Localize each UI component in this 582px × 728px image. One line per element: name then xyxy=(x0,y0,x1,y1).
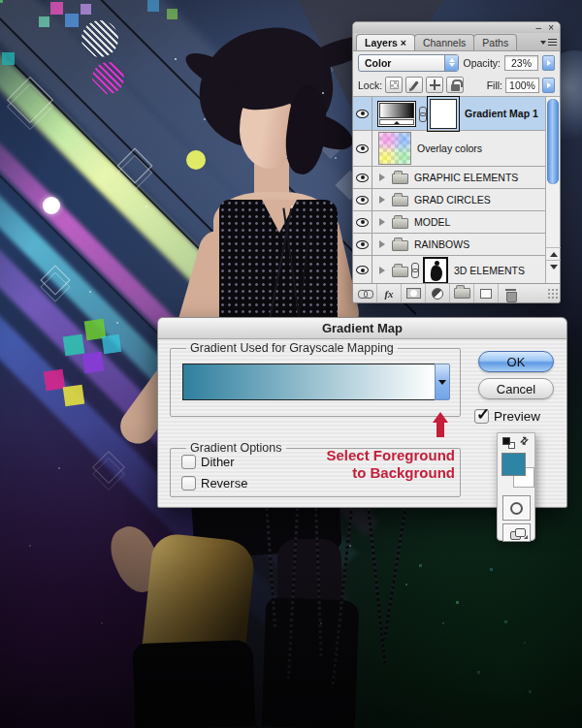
tab-channels[interactable]: Channels xyxy=(414,34,474,50)
layer-mask-thumbnail[interactable] xyxy=(430,99,457,129)
gradient-map-thumbnail[interactable] xyxy=(377,101,416,127)
layer-thumbnail[interactable] xyxy=(378,132,411,165)
visibility-toggle[interactable] xyxy=(353,97,372,130)
lock-transparency-button[interactable] xyxy=(385,77,403,93)
scroll-up-button[interactable] xyxy=(546,247,561,260)
dither-option: Dither xyxy=(181,455,235,469)
visibility-toggle[interactable] xyxy=(353,211,372,233)
foreground-color-swatch[interactable] xyxy=(501,453,526,476)
folder-icon xyxy=(392,218,408,229)
arrow-down-icon xyxy=(550,265,558,269)
cancel-button[interactable]: Cancel xyxy=(478,378,554,399)
scrollbar-thumb[interactable] xyxy=(547,99,559,184)
expand-triangle-icon[interactable] xyxy=(379,218,385,226)
panel-titlebar[interactable]: – × xyxy=(353,22,560,33)
blend-mode-dropdown[interactable]: Color xyxy=(358,54,459,72)
layer-row-graphic-elements[interactable]: GRAPHIC ELEMENTS xyxy=(353,167,545,189)
layer-row-overlay-colors[interactable]: Overlay colors xyxy=(353,131,545,167)
lock-options-row: Lock: Fill: 100% xyxy=(353,74,560,97)
layer-thumbnail[interactable] xyxy=(423,257,448,284)
annotation-line: to Background xyxy=(294,464,455,482)
expand-triangle-icon[interactable] xyxy=(379,174,385,181)
layers-scrollbar[interactable] xyxy=(545,97,560,285)
panel-close-button[interactable]: × xyxy=(548,24,554,32)
eye-icon xyxy=(356,110,369,118)
expand-triangle-icon[interactable] xyxy=(379,240,385,248)
tab-paths-label: Paths xyxy=(482,37,508,48)
layer-row-model[interactable]: MODEL xyxy=(353,211,545,234)
lock-position-button[interactable] xyxy=(426,77,443,93)
scroll-down-button[interactable] xyxy=(546,260,561,272)
resize-grip[interactable] xyxy=(547,288,558,299)
layer-name[interactable]: RAINBOWS xyxy=(414,238,469,250)
panel-minimize-button[interactable]: – xyxy=(536,24,542,32)
swap-colors-icon[interactable]: ⇄ xyxy=(517,434,531,448)
folder-icon xyxy=(392,240,408,251)
screen-mode-button[interactable] xyxy=(502,523,531,542)
tab-layers[interactable]: Layers × xyxy=(356,34,415,50)
quick-mask-button[interactable] xyxy=(502,495,531,521)
layer-row-rainbows[interactable]: RAINBOWS xyxy=(353,234,545,256)
dialog-title[interactable]: Gradient Map xyxy=(158,318,566,339)
panel-tab-bar: Layers × Channels Paths xyxy=(353,33,560,51)
visibility-toggle[interactable] xyxy=(353,131,372,166)
reverse-checkbox[interactable] xyxy=(181,476,196,491)
gradient-options-label: Gradient Options xyxy=(186,441,286,455)
delete-layer-button[interactable] xyxy=(499,284,523,302)
gradient-preview[interactable] xyxy=(182,364,435,400)
tab-channels-label: Channels xyxy=(423,37,466,48)
eye-icon xyxy=(356,266,369,274)
layer-name[interactable]: GRAPHIC ELEMENTS xyxy=(414,172,518,183)
fill-field[interactable]: 100% xyxy=(505,78,539,93)
visibility-toggle[interactable] xyxy=(353,189,372,210)
opacity-arrow-button[interactable] xyxy=(542,55,555,71)
new-layer-button[interactable] xyxy=(474,284,499,302)
add-mask-button[interactable] xyxy=(402,284,426,302)
panel-menu-icon[interactable] xyxy=(538,36,558,48)
layer-list: Gradient Map 1 Overlay colors GRAPHIC EL… xyxy=(353,97,560,285)
visibility-toggle[interactable] xyxy=(353,167,372,188)
layer-name[interactable]: Overlay colors xyxy=(417,142,482,154)
screen-mode-icon xyxy=(510,528,524,538)
link-layers-button[interactable] xyxy=(353,284,377,302)
layer-name[interactable]: MODEL xyxy=(414,216,450,228)
tab-paths[interactable]: Paths xyxy=(473,34,517,50)
mask-icon xyxy=(406,288,421,299)
visibility-toggle[interactable] xyxy=(353,234,372,255)
move-icon xyxy=(430,79,440,90)
link-icon xyxy=(410,263,418,277)
opacity-field[interactable]: 23% xyxy=(504,55,538,71)
preview-checkbox[interactable]: ✓ xyxy=(474,409,489,424)
new-group-button[interactable] xyxy=(450,284,474,302)
expand-triangle-icon[interactable] xyxy=(379,267,385,274)
visibility-toggle[interactable] xyxy=(353,256,372,284)
reverse-option: Reverse xyxy=(181,476,247,491)
dither-checkbox[interactable] xyxy=(181,455,196,469)
lock-pixels-button[interactable] xyxy=(405,77,423,93)
layer-name[interactable]: 3D ELEMENTS xyxy=(454,265,525,276)
adjustment-layer-button[interactable] xyxy=(426,284,450,302)
eye-icon xyxy=(356,174,369,182)
layer-name[interactable]: Gradient Map 1 xyxy=(465,108,538,119)
layers-panel-footer: fx xyxy=(353,283,560,302)
layer-row-3d-elements[interactable]: 3D ELEMENTS xyxy=(353,256,545,285)
layer-row-grad-circles[interactable]: GRAD CIRCLES xyxy=(353,189,545,211)
fill-arrow-button[interactable] xyxy=(542,78,555,93)
layer-style-button[interactable]: fx xyxy=(377,284,402,302)
lock-all-button[interactable] xyxy=(446,77,464,93)
gradient-group-label: Gradient Used for Grayscale Mapping xyxy=(186,341,398,355)
expand-triangle-icon[interactable] xyxy=(379,196,385,204)
transparency-icon xyxy=(390,80,399,89)
arrow-up-icon xyxy=(550,252,558,257)
lock-icon xyxy=(451,84,460,91)
photoshop-workspace: – × Layers × Channels Paths Color Opacit… xyxy=(0,0,582,728)
gradient-picker-arrow-button[interactable] xyxy=(435,364,450,400)
layer-name[interactable]: GRAD CIRCLES xyxy=(414,194,491,206)
default-colors-icon[interactable] xyxy=(502,437,515,449)
new-layer-icon xyxy=(480,289,492,299)
layer-row-gradient-map[interactable]: Gradient Map 1 xyxy=(353,97,545,131)
gradient-group: Gradient Used for Grayscale Mapping xyxy=(170,341,461,417)
link-icon xyxy=(358,290,372,298)
preview-option: ✓ Preview xyxy=(474,409,540,424)
ok-button[interactable]: OK xyxy=(478,351,554,372)
